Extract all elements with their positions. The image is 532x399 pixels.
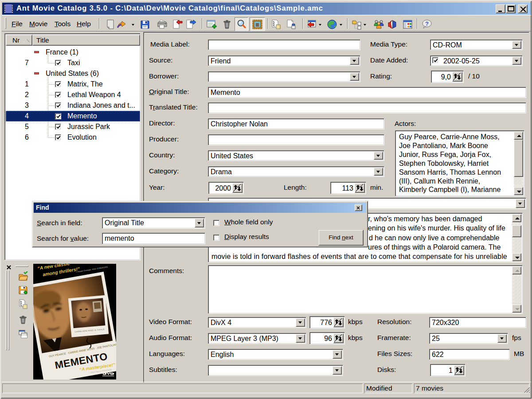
svg-text:?: ? — [425, 20, 429, 27]
